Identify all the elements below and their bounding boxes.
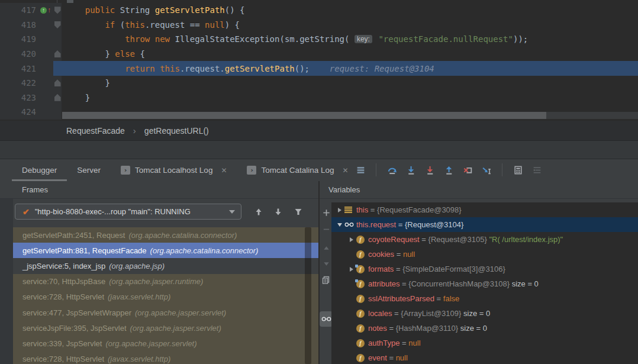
variable-name: authType: [368, 339, 400, 347]
show-watches-button[interactable]: [320, 311, 333, 327]
breadcrumb-class[interactable]: RequestFacade: [66, 126, 125, 136]
code-editor[interactable]: 417↑↑ public String getServletPath() {41…: [0, 0, 638, 121]
variable-value: "R( /urltest/index.jsp)": [487, 235, 563, 244]
code-token: }: [65, 93, 90, 102]
variable-row[interactable]: fcoyoteRequest = {Request@3105} "R( /url…: [331, 232, 638, 247]
code-token: IllegalStateException(sm.getString(: [170, 34, 355, 44]
frames-scrollbar-thumb[interactable]: [305, 227, 311, 364]
line-number[interactable]: 421: [0, 61, 38, 76]
editor-hscrollbar-thumb[interactable]: [62, 112, 546, 119]
expanded-arrow-icon[interactable]: [335, 223, 344, 227]
override-arrow-icon[interactable]: ↑: [47, 7, 51, 14]
tab-tomcat-catalina-log[interactable]: ›Tomcat Catalina Log✕: [237, 159, 358, 181]
prev-frame-icon[interactable]: [253, 207, 264, 217]
code-text[interactable]: }: [62, 76, 638, 91]
collapsed-arrow-icon[interactable]: [347, 267, 356, 272]
close-icon[interactable]: ✕: [343, 166, 349, 175]
tab-server[interactable]: Server: [67, 159, 111, 181]
collapsed-arrow-icon[interactable]: [335, 208, 344, 212]
code-text[interactable]: throw new IllegalStateException(sm.getSt…: [62, 32, 638, 47]
variable-row[interactable]: flocales = {ArrayList@3109} size = 0: [331, 306, 638, 321]
variable-row[interactable]: fformats = {SimpleDateFormat[3]@3106}: [331, 262, 638, 276]
frame-method: getServletPath:881, RequestFacade: [22, 246, 147, 255]
frame-row[interactable]: service:70, HttpJspBase(org.apache.jaspe…: [13, 274, 318, 289]
menu-icon[interactable]: [355, 165, 366, 175]
layout-icon[interactable]: [531, 165, 542, 175]
tab-label: Tomcat Catalina Log: [261, 166, 334, 175]
line-number[interactable]: 422: [0, 76, 38, 91]
code-text[interactable]: return this.request.getServletPath(); re…: [62, 61, 638, 76]
thread-running-check-icon: ✔: [22, 207, 30, 217]
frame-row[interactable]: getServletPath:881, RequestFacade(org.ap…: [13, 243, 318, 258]
frame-row[interactable]: service:728, HttpServlet(javax.servlet.h…: [13, 352, 318, 364]
run-to-cursor-icon[interactable]: [481, 165, 492, 175]
code-text[interactable]: }: [62, 91, 638, 105]
gutter-icons: [38, 76, 53, 91]
fold-marker-icon[interactable]: [54, 79, 61, 86]
variable-row[interactable]: fattributes = {ConcurrentHashMap@3108} s…: [331, 276, 638, 291]
close-icon[interactable]: ✕: [221, 166, 227, 175]
variable-row[interactable]: this.request = {Request@3104}: [331, 217, 638, 232]
move-up-icon[interactable]: [321, 243, 331, 253]
variable-name: this.request: [356, 220, 396, 229]
code-text[interactable]: } else {: [62, 47, 638, 62]
code-token: ) {: [225, 20, 240, 30]
variable-row[interactable]: fsslAttributesParsed = false: [331, 291, 638, 306]
frame-row[interactable]: service:477, JspServletWrapper(org.apach…: [13, 305, 318, 320]
duplicate-icon[interactable]: [321, 275, 331, 285]
code-token: [65, 64, 125, 73]
code-token: () {: [225, 5, 245, 15]
fold-gutter: [53, 105, 62, 120]
line-number[interactable]: 420: [0, 47, 38, 62]
variable-value: null: [408, 339, 420, 347]
fold-marker-icon[interactable]: [54, 50, 61, 57]
step-into-icon[interactable]: [405, 165, 416, 175]
variable-row[interactable]: fnotes = {HashMap@3110} size = 0: [331, 321, 638, 336]
next-frame-icon[interactable]: [273, 207, 283, 217]
move-down-icon[interactable]: [321, 258, 331, 269]
line-number[interactable]: 423: [0, 91, 38, 105]
code-text[interactable]: public String getServletPath() {: [62, 3, 638, 18]
breadcrumb-separator-icon: ›: [133, 125, 136, 136]
implements-icon[interactable]: ↑: [40, 7, 47, 14]
force-step-into-icon[interactable]: [424, 165, 435, 175]
line-number[interactable]: 424: [0, 105, 38, 120]
fold-marker-icon[interactable]: [54, 7, 61, 14]
variable-name: notes: [368, 324, 387, 333]
frames-panel-header: Frames: [0, 181, 318, 199]
drop-frame-icon[interactable]: [462, 165, 473, 175]
field-icon: f: [356, 236, 368, 244]
step-over-icon[interactable]: [386, 165, 397, 175]
frame-row[interactable]: service:339, JspServlet(org.apache.jaspe…: [13, 336, 318, 351]
code-line: 422 }: [0, 76, 638, 91]
variable-row[interactable]: fevent = null: [331, 350, 638, 364]
variable-value: null: [396, 353, 408, 362]
code-token: else: [115, 49, 135, 59]
frame-row[interactable]: service:728, HttpServlet(javax.servlet.h…: [13, 289, 318, 305]
code-text[interactable]: if (this.request == null) {: [62, 18, 638, 33]
variable-row[interactable]: fauthType = null: [331, 336, 638, 350]
frame-row[interactable]: serviceJspFile:395, JspServlet(org.apach…: [13, 320, 318, 336]
tab-debugger[interactable]: Debugger: [12, 159, 67, 181]
tab-tomcat-localhost-log[interactable]: ›Tomcat Localhost Log✕: [111, 159, 237, 181]
variable-row[interactable]: this = {RequestFacade@3098}: [331, 202, 638, 217]
add-icon[interactable]: [321, 207, 331, 218]
variables-panel-header: Variables: [320, 181, 638, 199]
fold-marker-icon[interactable]: [54, 21, 61, 28]
frame-row[interactable]: getServletPath:2451, Request(org.apache.…: [13, 227, 318, 243]
fold-marker-icon[interactable]: [54, 94, 61, 101]
collapsed-arrow-icon[interactable]: [347, 237, 356, 242]
frame-row[interactable]: _jspService:5, index_jsp(org.apache.jsp): [13, 258, 318, 273]
variable-row[interactable]: fcookies = null: [331, 247, 638, 262]
remove-icon[interactable]: [321, 224, 331, 234]
variable-name: attributes: [368, 279, 399, 288]
filter-icon[interactable]: [293, 207, 304, 217]
line-number[interactable]: 417: [0, 3, 38, 18]
evaluate-expression-icon[interactable]: [513, 165, 523, 175]
line-number[interactable]: 419: [0, 32, 38, 47]
line-number[interactable]: 418: [0, 18, 38, 33]
step-out-icon[interactable]: [443, 165, 454, 175]
thread-dropdown[interactable]: ✔ "http-bio-8080-exec-...roup "main": RU…: [15, 204, 241, 220]
breadcrumb-method[interactable]: getRequestURL(): [144, 126, 209, 136]
variable-value: size = 0: [461, 309, 490, 318]
